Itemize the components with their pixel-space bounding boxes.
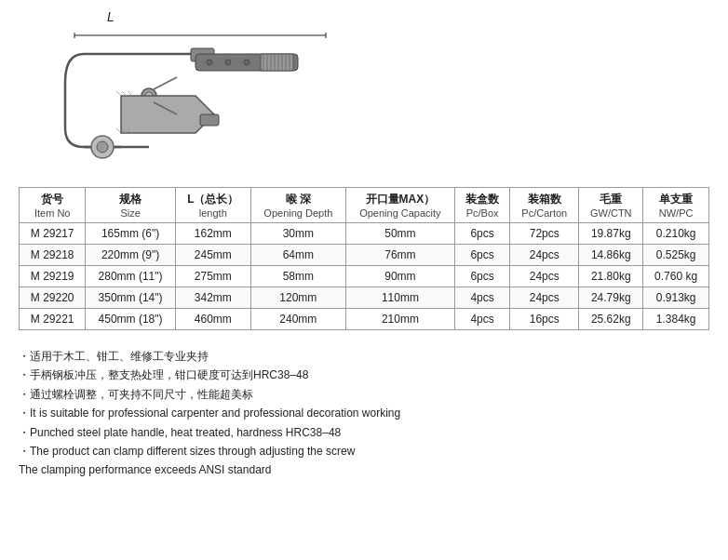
col-header-length: L（总长） length [175,188,250,223]
col-header-pc-carton: 装箱数 Pc/Carton [510,188,579,223]
table-cell: M 29221 [20,309,86,330]
col-header-nw-pc: 单支重 NW/PC [643,188,709,223]
table-cell: 245mm [175,245,250,266]
svg-point-20 [207,60,212,65]
svg-line-24 [154,77,177,89]
diagram-area: L [19,9,709,170]
table-cell: 165mm (6") [86,223,175,245]
table-row: M 29219280mm (11")275mm58mm90mm6pcs24pcs… [20,266,709,287]
table-cell: M 29217 [20,223,86,245]
feature-item: ・It is suitable for professional carpent… [19,404,709,422]
table-cell: 350mm (14") [86,287,175,309]
table-cell: 24.79kg [579,287,643,309]
col-header-size: 规格 Size [86,188,175,223]
table-cell: 1.384kg [643,309,709,330]
col-header-opening-depth: 喉 深 Opening Depth [250,188,345,223]
table-cell: 19.87kg [579,223,643,245]
col-header-opening-capacity: 开口量MAX） Opening Capacity [345,188,454,223]
table-cell: 16pcs [510,309,579,330]
table-cell: 4pcs [454,287,509,309]
col-header-gw-ctn: 毛重 GW/CTN [579,188,643,223]
table-cell: 0.913kg [643,287,709,309]
table-cell: 162mm [175,223,250,245]
table-cell: 0.525kg [643,245,709,266]
table-cell: M 29220 [20,287,86,309]
table-cell: 24pcs [510,245,579,266]
diagram-label-row: L [56,9,115,24]
feature-item: ・The product can clamp different sizes t… [19,442,709,460]
table-cell: 30mm [250,223,345,245]
features-section: ・适用于木工、钳工、维修工专业夹持・手柄钢板冲压，整支热处理，钳口硬度可达到HR… [19,347,709,480]
table-cell: 6pcs [454,223,509,245]
table-cell: 25.62kg [579,309,643,330]
page: L [0,0,728,499]
feature-item: The clamping performance exceeds ANSI st… [19,460,709,479]
table-cell: M 29218 [20,245,86,266]
table-cell: 72pcs [510,223,579,245]
table-cell: 90mm [345,266,454,287]
table-cell: 220mm (9") [86,245,175,266]
col-header-item-no: 货号 Item No [20,188,86,223]
table-cell: 64mm [250,245,345,266]
diagram-svg [47,26,344,170]
table-cell: 50mm [345,223,454,245]
feature-item: ・Punched steel plate handle, heat treate… [19,423,709,442]
svg-point-21 [225,60,231,65]
table-cell: 6pcs [454,245,509,266]
table-cell: 240mm [250,309,345,330]
feature-item: ・适用于木工、钳工、维修工专业夹持 [19,347,709,366]
l-label: L [107,9,115,24]
table-body: M 29217165mm (6")162mm30mm50mm6pcs72pcs1… [20,223,709,330]
col-header-pc-box: 装盒数 Pc/Box [454,188,509,223]
table-row: M 29218220mm (9")245mm64mm76mm6pcs24pcs1… [20,245,709,266]
spec-table: 货号 Item No 规格 Size L（总长） length 喉 深 Open… [19,187,709,330]
table-cell: 110mm [345,287,454,309]
table-cell: 0.210kg [643,223,709,245]
table-cell: 6pcs [454,266,509,287]
table-cell: 24pcs [510,287,579,309]
table-cell: 120mm [250,287,345,309]
table-cell: 58mm [250,266,345,287]
svg-point-19 [97,141,108,153]
svg-point-22 [244,60,249,65]
table-cell: 275mm [175,266,250,287]
table-cell: 14.86kg [579,245,643,266]
table-cell: 460mm [175,309,250,330]
table-cell: M 29219 [20,266,86,287]
table-cell: 4pcs [454,309,509,330]
table-cell: 280mm (11") [86,266,175,287]
table-row: M 29217165mm (6")162mm30mm50mm6pcs72pcs1… [20,223,709,245]
table-cell: 21.80kg [579,266,643,287]
svg-line-26 [116,91,121,96]
table-cell: 0.760 kg [643,266,709,287]
table-header-row: 货号 Item No 规格 Size L（总长） length 喉 深 Open… [20,188,709,223]
feature-item: ・通过螺栓调整，可夹持不同尺寸，性能超美标 [19,385,709,404]
table-cell: 450mm (18") [86,309,175,330]
svg-rect-7 [261,54,293,71]
table-row: M 29221450mm (18")460mm240mm210mm4pcs16p… [20,309,709,330]
feature-item: ・手柄钢板冲压，整支热处理，钳口硬度可达到HRC38–48 [19,366,709,384]
svg-rect-23 [200,114,219,126]
table-cell: 210mm [345,309,454,330]
table-row: M 29220350mm (14")342mm120mm110mm4pcs24p… [20,287,709,309]
table-cell: 76mm [345,245,454,266]
table-cell: 342mm [175,287,250,309]
table-cell: 24pcs [510,266,579,287]
